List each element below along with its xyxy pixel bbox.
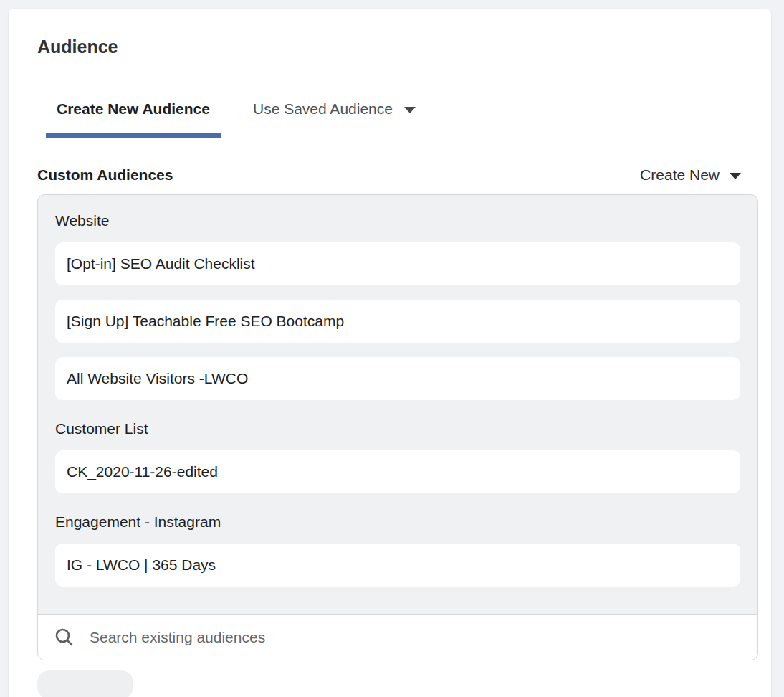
audience-item-label: [Opt-in] SEO Audit Checklist (67, 255, 255, 272)
audience-card: Audience Create New Audience Use Saved A… (9, 9, 771, 697)
custom-audiences-header: Custom Audiences Create New (37, 164, 758, 186)
audience-item[interactable]: [Opt-in] SEO Audit Checklist (55, 242, 740, 285)
search-bar[interactable] (38, 614, 757, 660)
group-label: Website (55, 211, 740, 231)
chevron-down-icon (404, 107, 416, 113)
tab-label: Use Saved Audience (253, 99, 393, 119)
audience-item-label: CK_2020-11-26-edited (67, 463, 218, 480)
audience-group-website: Website [Opt-in] SEO Audit Checklist [Si… (55, 211, 740, 400)
group-label: Engagement - Instagram (55, 512, 740, 532)
audience-item-label: All Website Visitors -LWCO (67, 370, 248, 387)
tabs: Create New Audience Use Saved Audience (46, 99, 758, 138)
chevron-down-icon (730, 173, 741, 179)
create-new-dropdown[interactable]: Create New (640, 166, 741, 184)
audience-group-engagement-instagram: Engagement - Instagram IG - LWCO | 365 D… (55, 512, 740, 587)
tab-create-new-audience[interactable]: Create New Audience (46, 99, 221, 138)
create-new-label: Create New (640, 166, 720, 184)
tab-use-saved-audience[interactable]: Use Saved Audience (242, 99, 426, 138)
search-icon (54, 627, 74, 647)
audience-list: Website [Opt-in] SEO Audit Checklist [Si… (38, 195, 757, 614)
page-title: Audience (37, 36, 750, 57)
custom-audiences-panel: Website [Opt-in] SEO Audit Checklist [Si… (37, 194, 758, 660)
audience-item-label: IG - LWCO | 365 Days (67, 556, 216, 574)
search-input[interactable] (90, 629, 757, 646)
audience-item-label: [Sign Up] Teachable Free SEO Bootcamp (67, 313, 344, 330)
custom-audiences-heading: Custom Audiences (37, 166, 173, 184)
audience-item[interactable]: All Website Visitors -LWCO (55, 357, 740, 400)
audience-item[interactable]: [Sign Up] Teachable Free SEO Bootcamp (55, 300, 740, 343)
truncated-button[interactable] (37, 670, 133, 697)
tab-label: Create New Audience (57, 99, 210, 119)
audience-group-customer-list: Customer List CK_2020-11-26-edited (55, 419, 740, 493)
group-label: Customer List (55, 419, 740, 439)
audience-item[interactable]: IG - LWCO | 365 Days (55, 544, 740, 587)
audience-item[interactable]: CK_2020-11-26-edited (55, 450, 740, 493)
